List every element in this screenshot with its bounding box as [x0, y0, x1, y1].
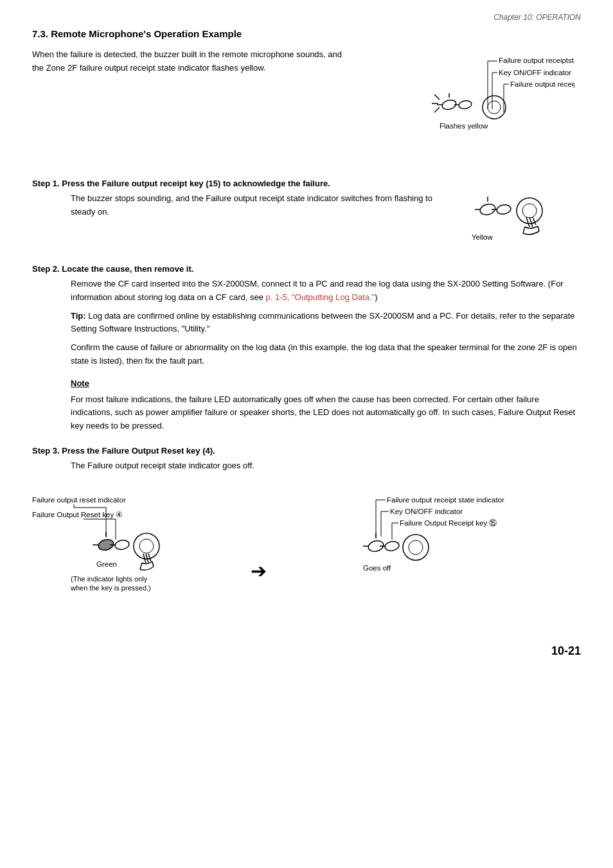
chapter-header: Chapter 10: OPERATION [32, 13, 581, 22]
svg-point-57 [409, 540, 423, 554]
step1-text: Step 1. Press the Failure output receipt… [32, 179, 440, 219]
svg-point-39 [139, 539, 154, 553]
step3-body: The Failure output receipt state indicat… [71, 459, 581, 473]
svg-line-44 [152, 562, 154, 567]
step2-heading: Step 2. Locate the cause, then remove it… [32, 264, 581, 274]
svg-point-22 [522, 204, 537, 218]
svg-point-36 [114, 539, 130, 551]
step1-row: Step 1. Press the Failure output receipt… [32, 179, 581, 251]
arrow-between-diagrams: ➔ [251, 560, 267, 582]
step2-block: Step 2. Locate the cause, then remove it… [32, 264, 581, 433]
label-failure-output: Failure output receiptstate indicator [499, 57, 574, 64]
svg-point-12 [458, 100, 472, 109]
intro-paragraph: When the failure is detected, the buzzer… [32, 48, 350, 75]
label-key-onoff: Key ON/OFF indicator [499, 69, 571, 76]
label-indicator-note-line2: when the key is pressed.) [70, 584, 151, 592]
label-receipt-key-top: Failure output receipt key ⑮ [510, 80, 574, 88]
svg-line-8 [434, 107, 440, 112]
svg-bottom-right: Failure output receipt state indicator K… [305, 488, 504, 617]
label-indicator-note-line1: (The indicator lights only [71, 575, 148, 583]
label-reset-key-bottom: Failure Output Reset key ④ [32, 511, 123, 518]
svg-line-41 [146, 554, 148, 563]
svg-line-23 [526, 217, 529, 227]
bottom-diagrams: Failure output reset indicator Failure O… [32, 488, 581, 619]
svg-line-6 [434, 94, 440, 100]
diagram-yellow: Yellow [452, 179, 581, 249]
step2-link[interactable]: p. 1-5, "Outputting Log Data." [266, 292, 375, 302]
label-key-onoff-bottom: Key ON/OFF indicator [390, 508, 463, 515]
svg-point-19 [496, 204, 511, 215]
step2-tip: Tip: Log data are confirmed online by es… [71, 310, 581, 337]
step1-block: Step 1. Press the Failure output receipt… [32, 179, 581, 251]
svg-line-25 [533, 217, 536, 225]
step3-heading: Step 3. Press the Failure Output Reset k… [32, 446, 581, 456]
label-flashes-yellow: Flashes yellow [440, 122, 488, 130]
step1-heading: Step 1. Press the Failure output receipt… [32, 179, 440, 188]
label-goes-off: Goes off [363, 564, 391, 572]
svg-point-54 [384, 540, 400, 552]
svg-line-26 [523, 227, 525, 233]
bottom-left-diagram: Failure output reset indicator Failure O… [32, 488, 212, 619]
svg-bottom-left: Failure output reset indicator Failure O… [32, 488, 212, 617]
svg-point-56 [403, 535, 429, 560]
svg-line-27 [538, 226, 539, 231]
step2-note: Note For most failure indications, the f… [71, 377, 581, 433]
diagram-flashes-yellow: Failure output receiptstate indicator Ke… [362, 48, 574, 157]
bottom-right-diagram: Failure output receipt state indicator K… [305, 488, 504, 619]
svg-line-43 [140, 563, 142, 569]
svg-line-42 [148, 554, 151, 562]
label-reset-indicator: Failure output reset indicator [32, 496, 126, 504]
step2-content: Remove the CF card inserted into the SX-… [71, 278, 581, 433]
label-green: Green [96, 560, 117, 568]
svg-point-21 [517, 198, 542, 224]
intro-row: When the failure is detected, the buzzer… [32, 48, 581, 159]
step2-body2: Confirm the cause of failure or abnormal… [71, 341, 581, 368]
label-receipt-key-bottom: Failure Output Receipt key ⑮ [400, 519, 497, 527]
svg-point-15 [488, 101, 501, 114]
intro-text-col: When the failure is detected, the buzzer… [32, 48, 350, 159]
step2-body1: Remove the CF card inserted into the SX-… [71, 278, 581, 305]
label-receipt-state-indicator: Failure output receipt state indicator [387, 496, 504, 504]
section-title: 7.3. Remote Microphone's Operation Examp… [32, 28, 581, 39]
page-number: 10-21 [32, 644, 581, 658]
step1-diagram: Yellow [452, 179, 581, 251]
svg-point-14 [483, 96, 506, 119]
step3-block: Step 3. Press the Failure Output Reset k… [32, 446, 581, 619]
label-yellow: Yellow [472, 233, 493, 241]
step1-body: The buzzer stops sounding, and the Failu… [71, 192, 440, 219]
intro-diagram-col: Failure output receiptstate indicator Ke… [362, 48, 581, 159]
svg-line-24 [529, 217, 533, 227]
